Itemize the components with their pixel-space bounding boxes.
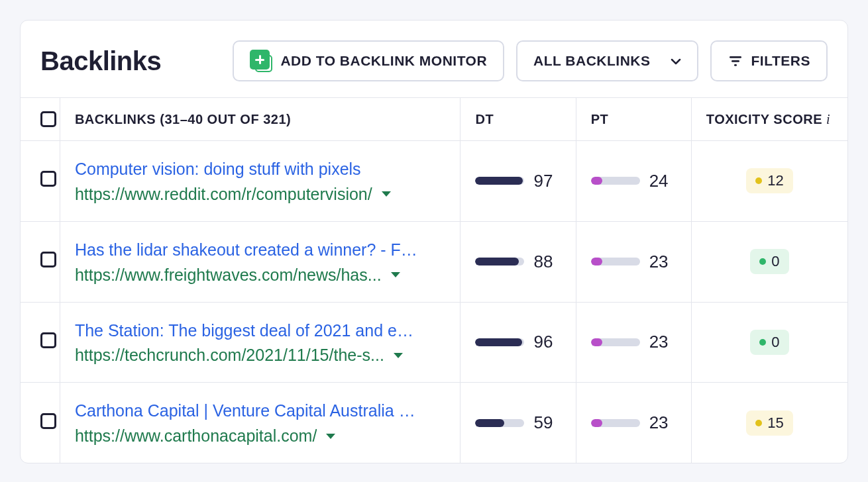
meter-bar (591, 419, 640, 427)
col-pt[interactable]: PT (576, 98, 691, 141)
cell-backlink: Carthona Capital | Venture Capital Austr… (60, 383, 461, 463)
dt-value: 59 (533, 412, 557, 433)
backlink-title[interactable]: The Station: The biggest deal of 2021 an… (75, 320, 419, 342)
dt-value: 97 (533, 171, 557, 191)
meter-bar (475, 338, 524, 346)
filters-label: FILTERS (751, 53, 810, 69)
svg-rect-2 (734, 64, 737, 66)
add-button-label: ADD TO BACKLINK MONITOR (280, 53, 487, 69)
cell-checkbox (21, 383, 60, 463)
filter-icon (728, 53, 743, 69)
backlink-url[interactable]: https://techcrunch.com/2021/11/15/the-s.… (75, 346, 384, 365)
dt-meter: 97 (475, 171, 561, 191)
dt-meter: 59 (475, 412, 561, 433)
backlink-url[interactable]: https://www.freightwaves.com/news/has... (75, 265, 382, 285)
col-checkbox (21, 98, 60, 141)
table-row: Has the lidar shakeout created a winner?… (21, 221, 847, 302)
col-backlinks[interactable]: BACKLINKS (31–40 OUT OF 321) (60, 98, 461, 141)
pt-meter: 23 (591, 332, 677, 352)
cell-dt: 97 (461, 141, 576, 222)
meter-bar (475, 258, 524, 265)
dt-value: 96 (533, 332, 557, 352)
cell-toxicity: 0 (691, 221, 847, 302)
cell-pt: 23 (576, 302, 691, 383)
cell-dt: 96 (461, 302, 576, 383)
add-stack-icon (250, 50, 272, 72)
status-dot (759, 339, 766, 346)
meter-bar (591, 177, 640, 185)
cell-dt: 59 (461, 383, 576, 463)
cell-backlink: Computer vision: doing stuff with pixels… (60, 141, 461, 222)
cell-toxicity: 15 (691, 383, 847, 463)
backlink-title[interactable]: Carthona Capital | Venture Capital Austr… (75, 400, 419, 422)
meter-bar (475, 419, 524, 427)
toxicity-badge: 0 (750, 330, 788, 355)
dropdown-label: ALL BACKLINKS (533, 53, 650, 69)
url-dropdown-icon[interactable] (382, 191, 391, 197)
backlink-url[interactable]: https://www.reddit.com/r/computervision/ (75, 185, 372, 204)
row-checkbox[interactable] (40, 413, 56, 429)
meter-bar (591, 258, 640, 265)
toxicity-badge: 15 (746, 410, 792, 436)
toxicity-badge: 0 (750, 249, 788, 274)
pt-meter: 24 (591, 171, 677, 191)
row-checkbox[interactable] (40, 171, 56, 187)
pt-value: 23 (649, 332, 673, 352)
col-dt[interactable]: DT (461, 98, 576, 141)
row-checkbox[interactable] (40, 332, 56, 348)
meter-bar (475, 177, 524, 185)
status-dot (755, 420, 762, 426)
chevron-down-icon (669, 55, 681, 67)
pt-meter: 23 (591, 252, 677, 272)
cell-checkbox (21, 302, 60, 383)
cell-checkbox (21, 221, 60, 302)
filters-button[interactable]: FILTERS (710, 40, 828, 81)
svg-rect-1 (732, 60, 739, 62)
pt-value: 23 (649, 412, 673, 433)
table-row: Carthona Capital | Venture Capital Austr… (21, 383, 847, 463)
pt-meter: 23 (591, 412, 677, 433)
toxicity-value: 15 (767, 414, 783, 432)
backlink-url[interactable]: https://www.carthonacapital.com/ (75, 426, 317, 446)
meter-bar (591, 338, 640, 346)
url-dropdown-icon[interactable] (326, 434, 335, 439)
dt-value: 88 (533, 252, 557, 272)
backlinks-card: Backlinks ADD TO BACKLINK MONITOR ALL BA… (20, 20, 848, 463)
cell-checkbox (21, 141, 60, 222)
all-backlinks-dropdown[interactable]: ALL BACKLINKS (516, 40, 698, 81)
table-row: The Station: The biggest deal of 2021 an… (21, 302, 847, 383)
select-all-checkbox[interactable] (40, 111, 56, 127)
cell-toxicity: 0 (691, 302, 847, 383)
cell-backlink: The Station: The biggest deal of 2021 an… (60, 302, 461, 383)
info-icon[interactable]: i (826, 112, 830, 126)
cell-pt: 24 (576, 141, 691, 222)
col-dt-label: DT (475, 112, 494, 126)
toxicity-badge: 12 (746, 168, 792, 193)
url-dropdown-icon[interactable] (391, 272, 400, 277)
col-toxicity[interactable]: TOXICITY SCOREi (691, 98, 847, 141)
backlinks-table: BACKLINKS (31–40 OUT OF 321) DT PT TOXIC… (21, 97, 847, 463)
pt-value: 24 (649, 171, 673, 191)
dt-meter: 88 (475, 252, 561, 272)
table-row: Computer vision: doing stuff with pixels… (21, 141, 847, 222)
backlink-title[interactable]: Computer vision: doing stuff with pixels (75, 158, 419, 181)
dt-meter: 96 (475, 332, 561, 352)
svg-rect-0 (730, 56, 741, 58)
toxicity-value: 0 (771, 334, 779, 351)
row-checkbox[interactable] (40, 252, 56, 267)
col-backlinks-label: BACKLINKS (31–40 OUT OF 321) (75, 112, 291, 126)
cell-dt: 88 (461, 221, 576, 302)
status-dot (759, 258, 766, 265)
cell-toxicity: 12 (691, 141, 847, 222)
pt-value: 23 (649, 252, 673, 272)
status-dot (755, 177, 762, 184)
page-title: Backlinks (40, 46, 161, 76)
backlink-title[interactable]: Has the lidar shakeout created a winner?… (75, 239, 419, 262)
toxicity-value: 0 (771, 253, 779, 270)
cell-backlink: Has the lidar shakeout created a winner?… (60, 221, 461, 302)
card-header: Backlinks ADD TO BACKLINK MONITOR ALL BA… (21, 21, 847, 97)
url-dropdown-icon[interactable] (394, 353, 403, 358)
col-toxicity-label: TOXICITY SCORE (706, 112, 822, 126)
add-to-monitor-button[interactable]: ADD TO BACKLINK MONITOR (233, 40, 504, 81)
cell-pt: 23 (576, 221, 691, 302)
